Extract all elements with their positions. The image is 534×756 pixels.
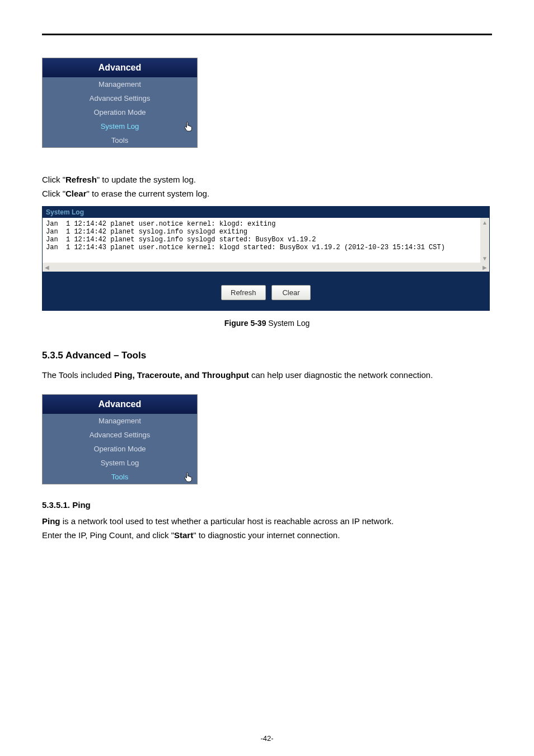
menu-item-management[interactable]: Management — [43, 77, 197, 91]
menu-item-label: Management — [99, 417, 141, 425]
section-number: 5.3.5 — [42, 350, 63, 361]
advanced-menu-1: Advanced Management Advanced Settings Op… — [42, 58, 198, 148]
section-number: 5.3.5.1. — [42, 500, 70, 510]
menu-item-label: Tools — [111, 136, 128, 144]
hand-cursor-icon — [184, 121, 194, 132]
menu-item-advanced-settings[interactable]: Advanced Settings — [43, 91, 197, 105]
text: " to erase the current system log. — [87, 189, 210, 198]
section-5-3-5-1-heading: 5.3.5.1. Ping — [42, 500, 492, 510]
text-bold: Clear — [65, 189, 87, 198]
page-top-rule — [42, 34, 492, 35]
ping-description: Ping is a network tool used to test whet… — [42, 516, 492, 526]
vertical-scrollbar[interactable]: ▲ ▼ — [480, 218, 489, 263]
menu-item-label: System Log — [101, 122, 139, 130]
clear-button[interactable]: Clear — [271, 285, 311, 300]
scroll-left-icon[interactable]: ◀ — [43, 263, 51, 272]
menu-header: Advanced — [43, 58, 197, 77]
section-title: Ping — [70, 500, 91, 510]
system-log-text[interactable]: Jan 1 12:14:42 planet user.notice kernel… — [43, 218, 480, 263]
text-bold: Refresh — [65, 175, 97, 184]
clear-instruction: Click "Clear" to erase the current syste… — [42, 189, 492, 198]
text: can help user diagnostic the network con… — [249, 370, 433, 380]
refresh-instruction: Click "Refresh" to update the system log… — [42, 175, 492, 184]
scroll-up-icon[interactable]: ▲ — [480, 218, 489, 227]
ping-enter-instruction: Enter the IP, Ping Count, and click "Sta… — [42, 530, 492, 540]
menu-item-tools[interactable]: Tools — [43, 470, 197, 484]
system-log-title: System Log — [43, 207, 489, 218]
text: Enter the IP, Ping Count, and click " — [42, 530, 174, 540]
scroll-right-icon[interactable]: ▶ — [480, 263, 489, 272]
menu-item-advanced-settings[interactable]: Advanced Settings — [43, 428, 197, 442]
menu-header: Advanced — [43, 395, 197, 414]
section-title: Advanced – Tools — [63, 350, 146, 361]
menu-item-label: Operation Mode — [93, 445, 146, 453]
menu-item-label: Advanced Settings — [90, 431, 150, 439]
menu-item-label: Operation Mode — [93, 108, 146, 116]
figure-caption: Figure 5-39 System Log — [42, 319, 492, 328]
hand-cursor-icon — [184, 472, 194, 483]
text: The Tools included — [42, 370, 114, 380]
scroll-down-icon[interactable]: ▼ — [480, 254, 489, 263]
menu-item-label: System Log — [101, 459, 139, 467]
text: Click " — [42, 189, 65, 198]
page-number: -42- — [0, 734, 534, 743]
system-log-footer: Refresh Clear — [43, 272, 489, 310]
text: " to diagnostic your internet connection… — [193, 530, 340, 540]
menu-item-management[interactable]: Management — [43, 414, 197, 428]
refresh-button[interactable]: Refresh — [221, 285, 266, 300]
caption-rest: System Log — [266, 319, 310, 328]
text-bold: Ping — [42, 516, 60, 526]
menu-item-label: Advanced Settings — [90, 94, 150, 102]
text: Click " — [42, 175, 65, 184]
menu-item-operation-mode[interactable]: Operation Mode — [43, 105, 197, 119]
tools-intro: The Tools included Ping, Traceroute, and… — [42, 370, 492, 380]
system-log-panel: System Log Jan 1 12:14:42 planet user.no… — [42, 206, 490, 311]
menu-item-operation-mode[interactable]: Operation Mode — [43, 442, 197, 456]
section-5-3-5-heading: 5.3.5 Advanced – Tools — [42, 350, 492, 361]
menu-item-tools[interactable]: Tools — [43, 133, 197, 147]
advanced-menu-2: Advanced Management Advanced Settings Op… — [42, 394, 198, 484]
text-bold: Ping, Traceroute, and Throughput — [114, 370, 249, 380]
caption-bold: Figure 5-39 — [224, 319, 266, 328]
menu-item-system-log[interactable]: System Log — [43, 119, 197, 133]
menu-item-system-log[interactable]: System Log — [43, 456, 197, 470]
text: " to update the system log. — [97, 175, 196, 184]
text: is a network tool used to test whether a… — [60, 516, 394, 526]
menu-item-label: Management — [99, 80, 141, 88]
text-bold: Start — [174, 530, 193, 540]
menu-item-label: Tools — [111, 473, 128, 481]
horizontal-scrollbar[interactable]: ◀ ▶ — [43, 263, 489, 272]
